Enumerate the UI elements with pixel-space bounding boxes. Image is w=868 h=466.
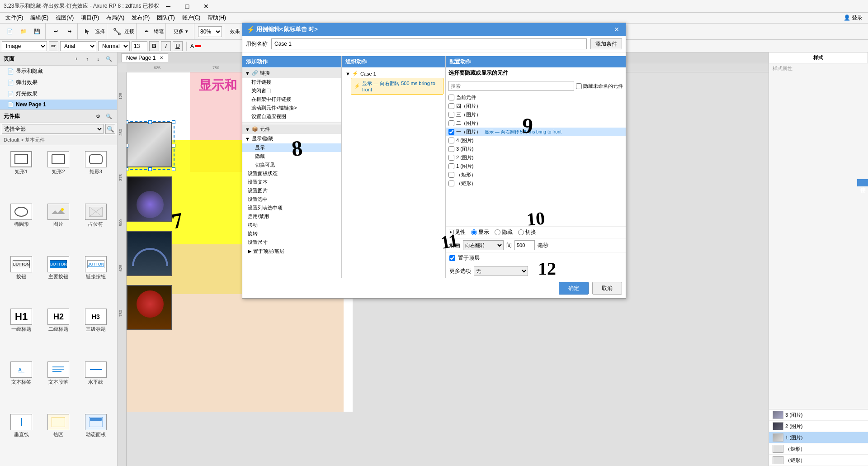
menu-file[interactable]: 文件(F) bbox=[2, 13, 27, 23]
si2-checkbox[interactable] bbox=[448, 120, 454, 126]
show-radio[interactable] bbox=[471, 229, 477, 235]
config-item-si1[interactable]: 一（图片） 显示 — 向右翻转 500 ms bring to front bbox=[446, 128, 626, 136]
action-set-text[interactable]: 设置文本 bbox=[242, 178, 341, 186]
menu-project[interactable]: 项目(P) bbox=[77, 13, 103, 23]
action-set-size[interactable]: 设置尺寸 bbox=[242, 238, 341, 247]
action-show[interactable]: 显示 bbox=[242, 143, 341, 152]
widget-h3[interactable]: H3 三级标题 bbox=[78, 306, 113, 357]
item3-checkbox[interactable] bbox=[448, 146, 454, 152]
config-item-2[interactable]: 2 (图片) bbox=[446, 153, 626, 162]
link-section-header[interactable]: ▼ 🔗 链接 bbox=[242, 68, 341, 78]
right-list-item-1[interactable]: 2 (图片) bbox=[769, 421, 868, 432]
action-enable-disable[interactable]: 启用/禁用 bbox=[242, 212, 341, 221]
tab-styles[interactable]: 样式 bbox=[769, 52, 868, 63]
action-scroll-to[interactable]: 滚动到元件<锚链接> bbox=[242, 104, 341, 112]
widget-rect2[interactable]: 矩形2 bbox=[41, 149, 76, 200]
redo-button[interactable]: ↪ bbox=[63, 26, 75, 38]
canvas-tab-new-page[interactable]: New Page 1 × bbox=[121, 53, 168, 62]
widget-paragraph[interactable]: 文本段落 bbox=[41, 359, 76, 410]
action-set-list-item[interactable]: 设置列表选中项 bbox=[242, 204, 341, 212]
new-button[interactable]: 📄 bbox=[4, 26, 16, 38]
case-name-input[interactable] bbox=[271, 38, 587, 49]
action-toggle-visible[interactable]: 切换可见 bbox=[242, 161, 341, 169]
rect1-checkbox[interactable] bbox=[448, 172, 454, 178]
si4-checkbox[interactable] bbox=[448, 103, 454, 109]
config-item-si2[interactable]: 二（图片） bbox=[446, 119, 626, 128]
bring-top-checkbox[interactable] bbox=[449, 255, 455, 261]
toggle-radio[interactable] bbox=[518, 229, 524, 235]
page-item-popup[interactable]: 📄 弹出效果 bbox=[0, 77, 117, 88]
hide-radio[interactable] bbox=[495, 229, 500, 235]
more-options-select[interactable]: 无 bbox=[474, 266, 528, 276]
config-item-3[interactable]: 3 (图片) bbox=[446, 145, 626, 153]
connect-button[interactable] bbox=[111, 26, 123, 38]
menu-layout[interactable]: 布局(A) bbox=[103, 13, 128, 23]
right-list-item-2[interactable]: 1 (图片) bbox=[769, 432, 868, 443]
widget-h2[interactable]: H2 二级标题 bbox=[41, 306, 76, 357]
widget-dynamic-panel[interactable]: 动态面板 bbox=[78, 412, 113, 462]
toggle-radio-label[interactable]: 切换 bbox=[518, 228, 536, 236]
undo-button[interactable]: ↩ bbox=[49, 26, 62, 38]
more-button[interactable]: 更多 ▾ bbox=[170, 26, 192, 38]
minimize-button[interactable]: ─ bbox=[159, 0, 177, 12]
widget-placeholder[interactable]: 占位符 bbox=[78, 201, 113, 252]
edit-widget-button[interactable]: ✏ bbox=[49, 41, 58, 51]
widget-button[interactable]: BUTTON 按钮 bbox=[4, 254, 39, 304]
action-hide[interactable]: 隐藏 bbox=[242, 152, 341, 161]
action-rotate[interactable]: 旋转 bbox=[242, 229, 341, 238]
page-item-new[interactable]: 📄 New Page 1 bbox=[0, 100, 117, 109]
widget-section-header[interactable]: ▼ 📦 元件 bbox=[242, 124, 341, 134]
menu-help[interactable]: 帮助(H) bbox=[204, 13, 230, 23]
action-set-panel-state[interactable]: 设置面板状态 bbox=[242, 169, 341, 178]
select-all-dropdown[interactable]: 选择全部 bbox=[2, 124, 104, 134]
font-color-btn[interactable]: A bbox=[190, 43, 201, 49]
widget-search-button[interactable]: 🔍 bbox=[105, 124, 115, 134]
config-item-rect1[interactable]: （矩形） bbox=[446, 171, 626, 179]
action-set-layer[interactable]: ▶ 置于顶层/底层 bbox=[242, 247, 341, 256]
add-page-button[interactable]: + bbox=[72, 54, 81, 63]
anim-select[interactable]: 向右翻转 bbox=[463, 240, 504, 250]
show-radio-label[interactable]: 显示 bbox=[471, 228, 489, 236]
widget-text-label[interactable]: A_ 文本标签 bbox=[4, 359, 39, 410]
add-condition-button[interactable]: 添加条件 bbox=[590, 38, 622, 49]
time-input[interactable] bbox=[514, 240, 535, 250]
font-select[interactable]: Arial bbox=[60, 41, 96, 51]
action-set-selected[interactable]: 设置选中 bbox=[242, 195, 341, 204]
widget-primary-button[interactable]: BUTTON 主要按钮 bbox=[41, 254, 76, 304]
widget-lib-search[interactable]: 🔍 bbox=[104, 112, 113, 121]
hide-radio-label[interactable]: 隐藏 bbox=[495, 228, 513, 236]
save-button[interactable]: 💾 bbox=[31, 26, 43, 38]
menu-view[interactable]: 视图(V) bbox=[52, 13, 77, 23]
page-item-show-hide[interactable]: 📄 显示和隐藏 bbox=[0, 66, 117, 77]
bold-button[interactable]: B bbox=[149, 41, 159, 51]
case-tree-expand[interactable]: ▼ bbox=[345, 71, 350, 76]
select-button[interactable] bbox=[81, 26, 94, 38]
si3-checkbox[interactable] bbox=[448, 112, 454, 118]
widget-hline[interactable]: 水平线 bbox=[78, 359, 113, 410]
menu-account[interactable]: 账户(C) bbox=[179, 13, 204, 23]
right-list-item-4[interactable]: （矩形） bbox=[769, 455, 868, 466]
right-list-item-3[interactable]: （矩形） bbox=[769, 443, 868, 455]
config-item-1[interactable]: 1 (图片) bbox=[446, 162, 626, 171]
config-item-si3[interactable]: 三（图片） bbox=[446, 110, 626, 119]
item1-checkbox[interactable] bbox=[448, 163, 454, 169]
widget-type-select[interactable]: Image bbox=[2, 41, 47, 51]
maximize-button[interactable]: □ bbox=[178, 0, 196, 12]
action-close-window[interactable]: 关闭窗口 bbox=[242, 86, 341, 95]
search-page-button[interactable]: 🔍 bbox=[104, 54, 113, 63]
widget-ellipse[interactable]: 椭圆形 bbox=[4, 201, 39, 252]
action-open-link[interactable]: 打开链接 bbox=[242, 78, 341, 86]
underline-button[interactable]: U bbox=[173, 41, 183, 51]
pen-button[interactable]: ✒ bbox=[140, 26, 153, 38]
rect2-checkbox[interactable] bbox=[448, 181, 454, 186]
widget-lib-settings[interactable]: ⚙ bbox=[94, 112, 103, 121]
cancel-button[interactable]: 取消 bbox=[592, 282, 622, 295]
action-open-frame[interactable]: 在框架中打开链接 bbox=[242, 95, 341, 104]
open-button[interactable]: 📁 bbox=[17, 26, 30, 38]
widget-hotspot[interactable]: 热区 bbox=[41, 412, 76, 462]
style-select[interactable]: Normal bbox=[98, 41, 130, 51]
app-close-button[interactable]: ✕ bbox=[197, 0, 215, 12]
hide-unnamed-checkbox[interactable] bbox=[576, 83, 582, 89]
italic-button[interactable]: I bbox=[161, 41, 171, 51]
dialog-close-button[interactable]: × bbox=[612, 25, 621, 34]
